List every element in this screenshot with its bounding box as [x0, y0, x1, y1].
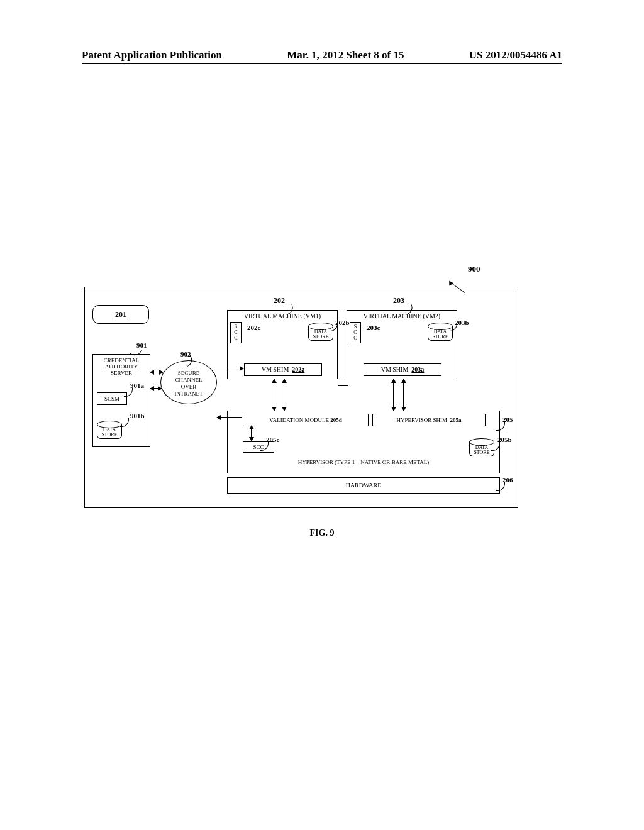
header-right: US 2012/0054486 A1: [469, 49, 562, 62]
hypervisor-data-store: DATA STORE: [469, 441, 494, 456]
ref-202a-inline: 202a: [292, 366, 304, 373]
secure-channel-ellipse: SECURE CHANNEL OVER INTRANET: [160, 360, 217, 404]
system-boundary: 201 202 203 VIRTUAL MACHINE (VM1) S C C …: [84, 287, 518, 508]
ref-202c: 202c: [247, 324, 260, 331]
vm1-shim-label: VM SHIM: [262, 366, 289, 373]
arrow-vm2-hyp-b: [403, 379, 404, 411]
conn-vm-between: [338, 385, 348, 386]
box-201: 201: [92, 305, 149, 324]
arrow-cred-ellipse-2: [150, 388, 162, 389]
vm2-title: VIRTUAL MACHINE (VM2): [347, 311, 457, 319]
leader-205: [496, 422, 505, 431]
credential-authority-server: CREDENTIAL AUTHORITY SERVER SCSM DATA ST…: [92, 354, 150, 447]
ref-203a-inline: 203a: [411, 366, 424, 373]
cred-data-store: DATA STORE: [97, 424, 122, 439]
leader-206: [496, 482, 505, 491]
validation-module: VALIDATION MODULE 205d: [243, 414, 369, 426]
header-left: Patent Application Publication: [82, 49, 222, 62]
ref-203c: 203c: [367, 324, 380, 331]
scsm-box: SCSM: [97, 392, 127, 405]
vm2-shim-label: VM SHIM: [381, 366, 409, 373]
ref-901b: 901b: [130, 412, 145, 419]
vm2-box: VIRTUAL MACHINE (VM2) S C C DATA STORE V…: [347, 310, 457, 379]
hypervisor-shim-label: HYPERVISOR SHIM: [396, 417, 447, 423]
figure-label: FIG. 9: [0, 528, 644, 538]
arrow-ellipse-hyp: [217, 417, 242, 418]
hypervisor-shim: HYPERVISOR SHIM 205a: [372, 414, 486, 426]
ref-205a-inline: 205a: [450, 417, 462, 423]
arrow-cred-ellipse-1: [150, 372, 163, 372]
arrow-scc-val: [251, 426, 252, 441]
vm2-shim: VM SHIM 203a: [364, 363, 441, 376]
header-rule: [82, 63, 562, 64]
ref-202-top: 202: [274, 296, 285, 306]
validation-module-label: VALIDATION MODULE: [269, 417, 329, 423]
page-header: Patent Application Publication Mar. 1, 2…: [0, 49, 644, 62]
vm1-title: VIRTUAL MACHINE (VM1): [228, 311, 337, 319]
vm1-shim: VM SHIM 202a: [244, 363, 322, 376]
hypervisor-label: HYPERVISOR (TYPE 1 – NATIVE OR BARE META…: [228, 459, 499, 465]
vm1-scc: S C C: [230, 322, 242, 343]
arrow-vm1-hyp-b: [284, 379, 284, 411]
arrow-vm1-hyp-a: [274, 379, 274, 411]
header-center: Mar. 1, 2012 Sheet 8 of 15: [287, 49, 404, 62]
vm2-scc: S C C: [350, 322, 361, 343]
arrow-ellipse-vm1: [216, 368, 243, 368]
arrow-vm2-hyp-a: [393, 379, 394, 411]
ref-203-top: 203: [393, 296, 404, 306]
cred-title: CREDENTIAL AUTHORITY SERVER: [93, 357, 150, 376]
hardware-box: HARDWARE: [227, 477, 500, 494]
ref-205d-inline: 205d: [330, 417, 342, 423]
ref-900: 900: [468, 264, 480, 274]
figure-9-diagram: 900 201 202 203 VIRTUAL MACHINE (VM1) S …: [84, 264, 518, 508]
